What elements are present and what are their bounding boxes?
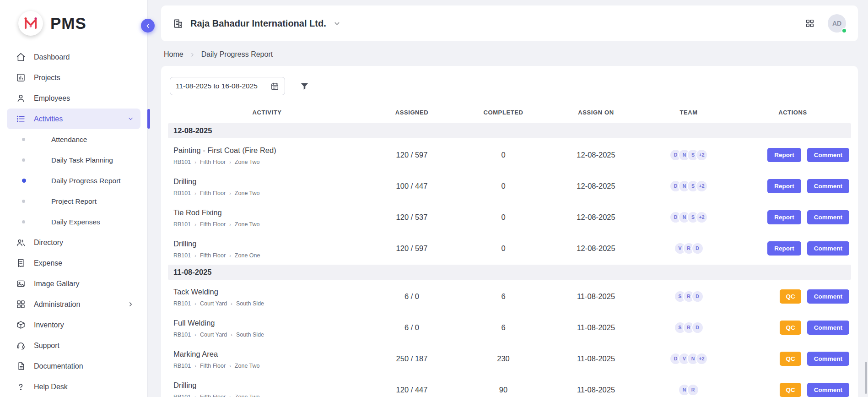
chevron-right-icon: › [229,191,231,196]
activity-cell: Marking AreaRB101›Fifth Floor›Zone Two [168,348,366,369]
sidebar: PMS DashboardProjectsEmployeesActivities… [0,0,148,397]
activity-title: Painting - First Coat (Fire Red) [173,146,361,155]
logo-m-icon [18,11,43,36]
comment-button[interactable]: Comment [807,352,849,366]
sidebar-item-dashboard[interactable]: Dashboard [7,47,140,67]
qc-button[interactable]: QC [780,289,801,304]
report-button[interactable]: Report [767,241,801,256]
chevron-right-icon: › [229,253,231,258]
sidebar-item-employees[interactable]: Employees [7,88,140,109]
actions-cell: QCComment [734,383,851,397]
table-row: DrillingRB101›Fifth Floor›Zone One120 / … [168,233,851,264]
scrollbar-thumb[interactable] [865,362,867,394]
actions-cell: ReportComment [734,179,851,193]
team-avatar[interactable]: D [691,242,704,255]
sidebar-item-label: Dashboard [34,53,70,61]
team-extra-count[interactable]: +2 [695,211,708,223]
comment-button[interactable]: Comment [807,321,849,335]
support-icon [16,341,26,350]
comment-button[interactable]: Comment [807,383,849,397]
assigned-cell: 250 / 187 [366,354,458,363]
sidebar-item-label: Support [34,342,59,350]
assign-on-cell: 11-08-2025 [549,292,643,301]
chevron-down-icon [333,20,341,27]
actions-cell: ReportComment [734,210,851,224]
path-segment: RB101 [173,300,191,307]
date-range-input[interactable]: 11-08-2025 to 16-08-2025 [170,77,285,95]
sidebar-item-label: Documentation [34,362,83,370]
path-segment: RB101 [173,394,191,397]
sidebar-item-documentation[interactable]: Documentation [7,356,140,376]
report-button[interactable]: Report [767,179,801,193]
assigned-cell: 120 / 537 [366,213,458,222]
sidebar-subitem-daily-task-planning[interactable]: Daily Task Planning [7,150,140,170]
sidebar-item-administration[interactable]: Administration [7,294,140,315]
avatar-initials: AD [832,20,841,27]
report-button[interactable]: Report [767,148,801,162]
path-segment: South Side [236,332,264,338]
sidebar-item-directory[interactable]: Directory [7,232,140,253]
table-row: Full WeldingRB101›Court Yard›South Side6… [168,312,851,343]
sidebar-item-label: Expense [34,259,62,267]
path-segment: RB101 [173,363,191,369]
sidebar-subitem-attendance[interactable]: Attendance [7,129,140,150]
activity-title: Marking Area [173,350,361,359]
sidebar-subitem-daily-expenses[interactable]: Daily Expenses [7,212,140,232]
completed-cell: 0 [458,244,549,253]
team-extra-count[interactable]: +2 [695,180,708,192]
chevron-right-icon: › [229,364,231,369]
chevron-right-icon: › [229,160,231,165]
filter-funnel-icon[interactable] [300,82,309,91]
sidebar-item-expense[interactable]: Expense [7,253,140,273]
comment-button[interactable]: Comment [807,179,849,193]
sidebar-collapse-button[interactable] [141,19,155,33]
path-segment: Fifth Floor [200,363,226,369]
path-segment: Zone Two [235,190,260,196]
comment-button[interactable]: Comment [807,210,849,224]
sidebar-item-image-gallary[interactable]: Image Gallary [7,273,140,294]
breadcrumb-home[interactable]: Home [164,50,183,59]
team-cell: NR [643,384,734,396]
team-extra-count[interactable]: +2 [695,353,708,365]
report-button[interactable]: Report [767,210,801,224]
sidebar-subitem-label: Daily Progress Report [51,177,121,185]
column-header-assign-on: ASSIGN ON [549,109,643,116]
table-row: Tack WeldingRB101›Court Yard›South Side6… [168,281,851,312]
sidebar-item-inventory[interactable]: Inventory [7,315,140,335]
sidebar-item-projects[interactable]: Projects [7,67,140,88]
chevron-down-icon [127,115,134,122]
team-avatar[interactable]: R [687,384,699,396]
qc-button[interactable]: QC [780,352,801,366]
sidebar-item-activities[interactable]: Activities [7,109,140,129]
sidebar-subitem-daily-progress-report[interactable]: Daily Progress Report [7,170,140,191]
chevron-right-icon: › [194,253,196,258]
top-bar: Raja Bahadur International Ltd. AD [161,5,858,41]
path-segment: Zone Two [235,221,260,228]
team-avatar[interactable]: D [691,321,704,334]
bullet-icon [22,138,25,141]
sidebar-item-label: Administration [34,300,80,309]
app-name: PMS [50,14,86,33]
qc-button[interactable]: QC [780,321,801,335]
table-row: Marking AreaRB101›Fifth Floor›Zone Two25… [168,343,851,374]
sidebar-item-help-desk[interactable]: Help Desk [7,376,140,397]
team-extra-count[interactable]: +2 [695,149,708,161]
sidebar-item-label: Help Desk [34,383,68,391]
user-avatar[interactable]: AD [828,14,846,33]
team-avatar[interactable]: D [691,290,704,303]
qc-button[interactable]: QC [780,383,801,397]
activity-path: RB101›Court Yard›South Side [173,332,361,338]
chevron-right-icon: › [194,395,196,397]
comment-button[interactable]: Comment [807,289,849,304]
chevron-right-icon: › [194,301,196,306]
sidebar-nav: DashboardProjectsEmployeesActivitiesAtte… [0,42,147,397]
column-header-activity: ACTIVITY [168,109,366,116]
comment-button[interactable]: Comment [807,148,849,162]
sidebar-subitem-project-report[interactable]: Project Report [7,191,140,212]
company-selector[interactable]: Raja Bahadur International Ltd. [173,18,341,29]
sidebar-item-support[interactable]: Support [7,335,140,356]
path-segment: Fifth Floor [200,252,226,259]
apps-grid-icon[interactable] [805,18,815,28]
comment-button[interactable]: Comment [807,241,849,256]
assigned-cell: 120 / 447 [366,386,458,394]
